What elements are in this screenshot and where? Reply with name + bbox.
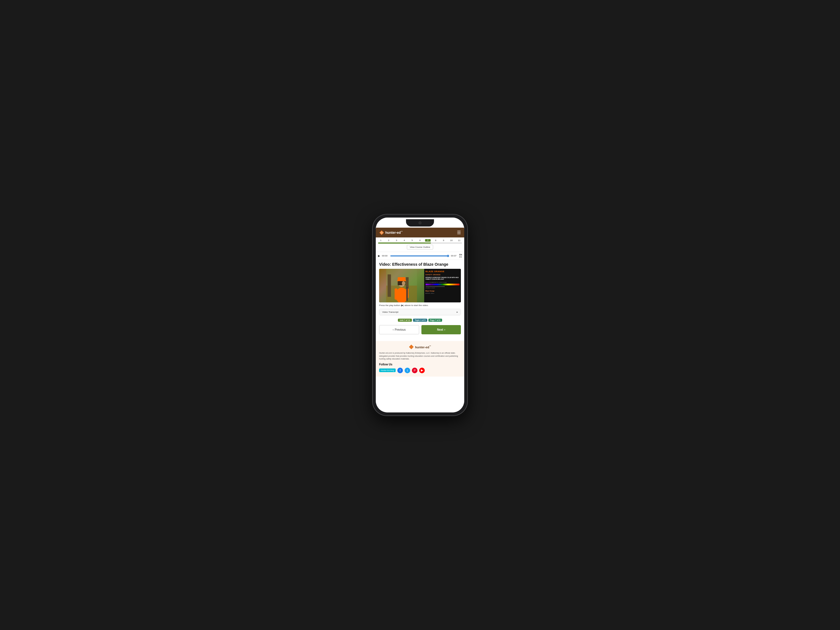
- notch: [406, 219, 434, 227]
- previous-button[interactable]: ‹ Previous: [379, 325, 419, 334]
- hamburger-menu-icon[interactable]: ☰: [457, 230, 461, 235]
- progress-section: 1 2 3 4 5 6 7 8 9 10 11 View Course Outl…: [376, 237, 464, 252]
- youtube-icon[interactable]: ▶: [419, 368, 425, 373]
- blaze-nm-label: APPROX. 620nm: [426, 293, 459, 294]
- unit-numbers: 1 2 3 4 5 6 7 8 9 10 11: [378, 239, 462, 242]
- footer-logo: hunter-ed™: [379, 344, 461, 349]
- audio-track[interactable]: [390, 255, 449, 256]
- blaze-orange-label: Blaze Orange: [426, 290, 459, 292]
- footer-logo-diamond-icon: [409, 344, 414, 349]
- transcript-section: Video Transcript ▸: [379, 309, 461, 315]
- unit-4[interactable]: 4: [401, 239, 407, 242]
- phone-device: hunter-ed™ ☰ 1 2 3 4 5 6 7 8 9 10: [373, 214, 467, 416]
- prev-chevron-icon: ‹: [393, 328, 393, 331]
- audio-time-end: 00:07: [451, 254, 458, 257]
- facebook-icon[interactable]: f: [397, 368, 403, 373]
- unit-8[interactable]: 8: [433, 239, 439, 242]
- audio-player: ▶ 00:00 00:07 EN ES: [376, 252, 464, 260]
- footer-description: Hunter-ed.com is produced by Kalkomey En…: [379, 352, 461, 361]
- unit-2[interactable]: 2: [386, 239, 392, 242]
- footer-logo-text: hunter-ed™: [415, 345, 431, 349]
- unit-11[interactable]: 11: [456, 239, 462, 242]
- svg-marker-1: [380, 231, 383, 234]
- next-button[interactable]: Next ›: [422, 325, 461, 334]
- navigation-buttons: ‹ Previous Next ›: [379, 325, 461, 334]
- unit-6[interactable]: 6: [417, 239, 423, 242]
- language-buttons: EN ES: [459, 254, 462, 258]
- page-title: Video: Effectiveness of Blaze Orange: [379, 262, 461, 267]
- video-left-panel: [379, 269, 424, 302]
- unit-5[interactable]: 5: [409, 239, 415, 242]
- social-row: Hunter-Ed blog f t P ▶: [379, 368, 461, 373]
- progress-fill: [378, 243, 431, 243]
- badges-row: Unit 7 of 11 Topic 1 of 5 Page 7 of 8: [379, 319, 461, 322]
- hunter-illustration: [379, 269, 424, 302]
- svg-marker-15: [409, 345, 414, 349]
- topic-badge: Topic 1 of 5: [413, 319, 427, 322]
- lang-es-button[interactable]: ES: [459, 256, 462, 258]
- unit-3[interactable]: 3: [394, 239, 399, 242]
- screen-content: hunter-ed™ ☰ 1 2 3 4 5 6 7 8 9 10: [376, 227, 464, 412]
- blaze-orange-title: BLAZE ORANGE: [426, 270, 459, 273]
- visible-light-label: VISIBLE LIGHT: [426, 287, 459, 289]
- previous-label: Previous: [395, 328, 406, 331]
- pinterest-icon[interactable]: P: [412, 368, 417, 373]
- video-description: INTENSE FLUORESCENT ORANGE COLOR WITH HI…: [426, 277, 459, 280]
- app-footer: hunter-ed™ Hunter-ed.com is produced by …: [376, 341, 464, 377]
- svg-point-14: [402, 281, 405, 286]
- video-right-panel: BLAZE ORANGE SAFETY ORANGE INTENSE FLUOR…: [424, 269, 461, 302]
- page-badge: Page 7 of 8: [428, 319, 442, 322]
- phone-screen: hunter-ed™ ☰ 1 2 3 4 5 6 7 8 9 10: [376, 218, 464, 412]
- svg-rect-4: [387, 275, 391, 297]
- logo: hunter-ed™: [379, 230, 403, 235]
- video-thumbnail: BLAZE ORANGE SAFETY ORANGE INTENSE FLUOR…: [379, 269, 461, 302]
- twitter-icon[interactable]: t: [404, 368, 410, 373]
- safety-orange-subtitle: SAFETY ORANGE: [426, 274, 459, 276]
- lang-en-button[interactable]: EN: [459, 254, 462, 256]
- svg-rect-13: [406, 287, 408, 301]
- unit-1[interactable]: 1: [378, 239, 384, 242]
- spectrum-label: ELECTROMAGNETIC SPECTRUM: [426, 282, 459, 283]
- spectrum-bar: [426, 284, 459, 285]
- audio-time-start: 00:00: [382, 254, 388, 257]
- app-header: hunter-ed™ ☰: [376, 227, 464, 237]
- notch-area: [376, 218, 464, 227]
- unit-badge: Unit 7 of 11: [398, 319, 412, 322]
- logo-diamond-icon: [379, 230, 384, 235]
- audio-thumb: [447, 255, 449, 257]
- spectrum-area: ELECTROMAGNETIC SPECTRUM ∿∿∿∿∿∿∿∿∿∿∿∿∿∿∿…: [426, 282, 459, 289]
- logo-text: hunter-ed™: [385, 231, 403, 235]
- unit-9[interactable]: 9: [441, 239, 446, 242]
- play-button[interactable]: ▶: [378, 254, 380, 257]
- svg-rect-11: [395, 288, 397, 300]
- svg-rect-9: [398, 277, 406, 281]
- main-content: Video: Effectiveness of Blaze Orange: [376, 260, 464, 341]
- progress-track: [378, 243, 462, 243]
- next-chevron-icon: ›: [444, 328, 445, 331]
- next-label: Next: [437, 328, 443, 331]
- blog-button[interactable]: Hunter-Ed blog: [379, 368, 396, 372]
- follow-us-label: Follow Us: [379, 363, 461, 366]
- transcript-expand-icon: ▸: [457, 311, 458, 313]
- unit-10[interactable]: 10: [448, 239, 454, 242]
- press-play-instruction: Press the play button (▶) above to start…: [379, 304, 461, 306]
- course-outline-button[interactable]: View Course Outline: [407, 245, 433, 249]
- unit-7-active[interactable]: 7: [425, 239, 431, 242]
- transcript-toggle[interactable]: Video Transcript ▸: [379, 309, 461, 315]
- camera-icon: [418, 221, 422, 224]
